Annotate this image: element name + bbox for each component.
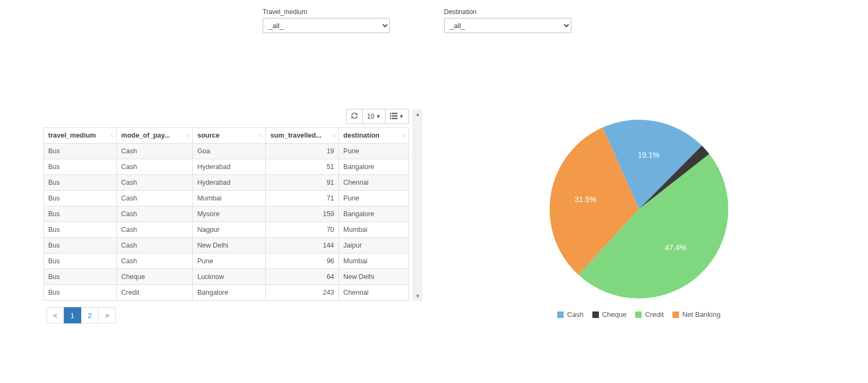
cell-sum_travelled: 243 — [266, 285, 339, 301]
table-row[interactable]: BusCashMysore159Bangalore — [44, 206, 409, 222]
page-2-button[interactable]: 2 — [81, 307, 99, 323]
cell-mode_of_pay: Cash — [116, 254, 193, 269]
cell-sum_travelled: 144 — [266, 238, 339, 254]
svg-rect-4 — [390, 118, 391, 119]
cell-travel_medium: Bus — [44, 254, 117, 269]
cell-destination: Chennai — [339, 175, 409, 191]
filter-travel-medium-select[interactable]: _all_ — [263, 18, 390, 33]
cell-destination: Bangalore — [339, 206, 409, 222]
legend-netbanking[interactable]: Net Banking — [673, 310, 721, 319]
table-scrollbar[interactable]: ▲ ▼ — [413, 109, 422, 301]
table-row[interactable]: BusCashPune96Mumbai — [44, 254, 409, 269]
page-size-value: 10 — [367, 113, 374, 120]
table-row[interactable]: BusCreditBangalore243Chennai — [44, 285, 409, 301]
refresh-button[interactable] — [346, 109, 363, 124]
table-row[interactable]: BusCashNew Delhi144Jaipur — [44, 238, 409, 254]
filter-bar: Travel_medium _all_ Destination _all_ — [0, 0, 868, 33]
cell-source: Lucknow — [193, 269, 266, 285]
cell-travel_medium: Bus — [44, 238, 117, 254]
data-table-panel: 10 ▼ ▼ travel_medium↑↓ mode_of_pay...↑↓ — [43, 109, 422, 323]
pie-slice-label: 31.5% — [575, 195, 596, 204]
cell-travel_medium: Bus — [44, 269, 117, 285]
page-label: 2 — [88, 311, 92, 320]
col-mode-of-pay[interactable]: mode_of_pay...↑↓ — [116, 128, 193, 144]
sort-icon: ↑↓ — [402, 133, 405, 139]
col-source[interactable]: source↑↓ — [193, 128, 266, 144]
cell-destination: Chennai — [339, 285, 409, 301]
pie-chart-panel: 19.1%47.4%31.5% Cash Cheque Credit Net B… — [531, 109, 747, 319]
svg-rect-3 — [392, 115, 398, 116]
col-label: source — [197, 132, 219, 139]
filter-travel-medium-label: Travel_medium — [263, 8, 390, 16]
cell-source: New Delhi — [193, 238, 266, 254]
cell-source: Hyderabad — [193, 159, 266, 175]
table-row[interactable]: BusCashNagpur70Mumbai — [44, 222, 409, 238]
cell-sum_travelled: 70 — [266, 222, 339, 238]
cell-sum_travelled: 159 — [266, 206, 339, 222]
table-row[interactable]: BusCashMumbai71Pune — [44, 191, 409, 206]
cell-mode_of_pay: Cash — [116, 159, 193, 175]
col-destination[interactable]: destination↑↓ — [339, 128, 409, 144]
pie-chart: 19.1%47.4%31.5% — [550, 120, 728, 298]
list-icon — [390, 113, 397, 121]
legend-label: Credit — [645, 310, 664, 319]
svg-rect-2 — [390, 115, 391, 116]
cell-mode_of_pay: Cash — [116, 206, 193, 222]
scroll-down-icon[interactable]: ▼ — [413, 291, 422, 301]
sort-icon: ↑↓ — [332, 133, 335, 139]
col-label: sum_travelled... — [270, 132, 322, 139]
page-next-button[interactable]: > — [99, 307, 116, 323]
legend-swatch — [557, 311, 564, 318]
svg-rect-1 — [392, 113, 398, 114]
cell-source: Hyderabad — [193, 175, 266, 191]
cell-source: Pune — [193, 254, 266, 269]
legend-label: Cheque — [602, 310, 627, 319]
cell-sum_travelled: 96 — [266, 254, 339, 269]
table-row[interactable]: BusCashGoa19Pune — [44, 144, 409, 159]
cell-travel_medium: Bus — [44, 159, 117, 175]
col-sum-travelled[interactable]: sum_travelled...↑↓ — [266, 128, 339, 144]
legend-credit[interactable]: Credit — [635, 310, 664, 319]
cell-mode_of_pay: Cash — [116, 175, 193, 191]
page-size-dropdown[interactable]: 10 ▼ — [363, 109, 386, 124]
cell-sum_travelled: 91 — [266, 175, 339, 191]
col-label: destination — [343, 132, 380, 139]
cell-source: Goa — [193, 144, 266, 159]
cell-destination: Mumbai — [339, 254, 409, 269]
cell-source: Nagpur — [193, 222, 266, 238]
filter-travel-medium: Travel_medium _all_ — [263, 8, 390, 33]
filter-destination-select[interactable]: _all_ — [444, 18, 571, 33]
cell-sum_travelled: 71 — [266, 191, 339, 206]
legend-cash[interactable]: Cash — [557, 310, 583, 319]
page-1-button[interactable]: 1 — [64, 307, 81, 323]
cell-destination: Pune — [339, 191, 409, 206]
cell-destination: Jaipur — [339, 238, 409, 254]
chevron-down-icon: ▼ — [399, 114, 404, 119]
pie-slice-label: 47.4% — [665, 243, 687, 252]
page-prev-button[interactable]: < — [47, 307, 64, 323]
col-travel-medium[interactable]: travel_medium↑↓ — [44, 128, 117, 144]
pagination: < 1 2 > — [43, 307, 422, 323]
cell-mode_of_pay: Cheque — [116, 269, 193, 285]
legend-swatch — [592, 311, 599, 318]
cell-travel_medium: Bus — [44, 144, 117, 159]
cell-mode_of_pay: Credit — [116, 285, 193, 301]
table-row[interactable]: BusCashHyderabad51Bangalore — [44, 159, 409, 175]
col-label: mode_of_pay... — [121, 132, 170, 139]
table-row[interactable]: BusChequeLucknow64New Delhi — [44, 269, 409, 285]
cell-mode_of_pay: Cash — [116, 222, 193, 238]
next-label: > — [105, 311, 109, 320]
scroll-up-icon[interactable]: ▲ — [413, 109, 422, 119]
cell-mode_of_pay: Cash — [116, 144, 193, 159]
pie-legend: Cash Cheque Credit Net Banking — [531, 310, 747, 319]
sort-icon: ↑↓ — [259, 133, 262, 139]
columns-dropdown[interactable]: ▼ — [386, 109, 409, 124]
legend-cheque[interactable]: Cheque — [592, 310, 627, 319]
cell-sum_travelled: 64 — [266, 269, 339, 285]
svg-rect-0 — [390, 113, 391, 114]
cell-sum_travelled: 19 — [266, 144, 339, 159]
cell-source: Mysore — [193, 206, 266, 222]
table-toolbar: 10 ▼ ▼ — [43, 109, 409, 124]
table-row[interactable]: BusCashHyderabad91Chennai — [44, 175, 409, 191]
pie-slice-label: 19.1% — [638, 151, 660, 159]
